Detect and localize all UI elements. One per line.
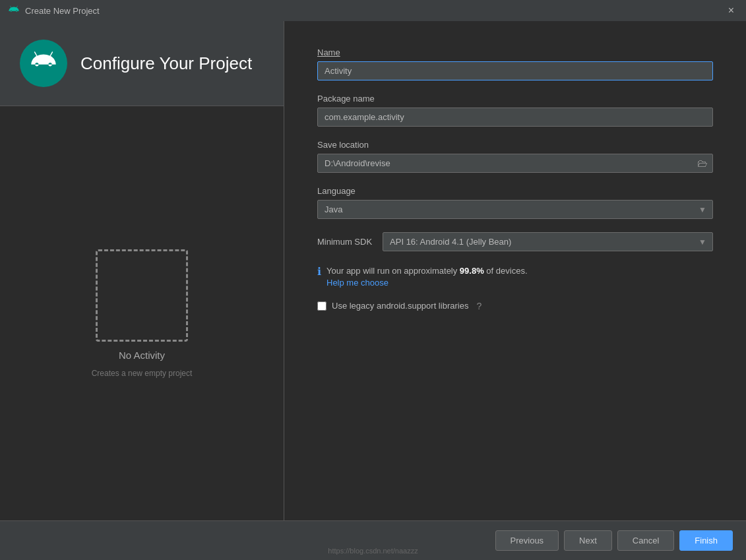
save-location-label: Save location bbox=[317, 140, 713, 150]
save-location-input[interactable] bbox=[317, 154, 713, 173]
name-field-group: Name bbox=[317, 47, 713, 80]
language-select-wrapper: Java Kotlin ▼ bbox=[317, 200, 713, 219]
save-location-field-group: Save location 🗁 bbox=[317, 140, 713, 173]
android-title-icon bbox=[8, 5, 20, 16]
android-logo bbox=[20, 40, 67, 87]
title-bar-title: Create New Project bbox=[25, 6, 100, 16]
info-content: Your app will run on approximately 99.8%… bbox=[326, 264, 528, 288]
language-label: Language bbox=[317, 186, 713, 196]
sdk-label: Minimum SDK bbox=[317, 237, 372, 247]
info-box: ℹ Your app will run on approximately 99.… bbox=[317, 264, 713, 288]
folder-icon[interactable]: 🗁 bbox=[697, 158, 708, 170]
left-panel: Configure Your Project No Activity Creat… bbox=[0, 21, 284, 520]
language-field-group: Language Java Kotlin ▼ bbox=[317, 186, 713, 219]
help-me-choose-link[interactable]: Help me choose bbox=[326, 278, 528, 288]
page-title: Configure Your Project bbox=[80, 53, 252, 74]
info-icon: ℹ bbox=[317, 265, 321, 278]
header-area: Configure Your Project bbox=[0, 21, 284, 106]
name-input[interactable] bbox=[317, 61, 713, 80]
legacy-checkbox[interactable] bbox=[317, 301, 326, 311]
sdk-select-wrapper: API 16: Android 4.1 (Jelly Bean) API 21:… bbox=[383, 232, 713, 251]
legacy-checkbox-label: Use legacy android.support libraries bbox=[332, 301, 468, 311]
url-bar: https://blog.csdn.net/naazzz bbox=[0, 547, 746, 555]
legacy-checkbox-row: Use legacy android.support libraries ? bbox=[317, 301, 713, 311]
name-label: Name bbox=[317, 47, 713, 57]
activity-preview bbox=[96, 249, 188, 342]
android-icon bbox=[29, 49, 58, 78]
preview-sublabel: Creates a new empty project bbox=[92, 369, 193, 378]
main-content: Configure Your Project No Activity Creat… bbox=[0, 21, 746, 520]
sdk-row: Minimum SDK API 16: Android 4.1 (Jelly B… bbox=[317, 232, 713, 251]
package-field-group: Package name bbox=[317, 94, 713, 127]
language-select[interactable]: Java Kotlin bbox=[317, 200, 713, 219]
save-location-input-wrapper: 🗁 bbox=[317, 154, 713, 173]
legacy-help-icon[interactable]: ? bbox=[476, 301, 482, 311]
info-text: Your app will run on approximately 99.8%… bbox=[326, 266, 528, 276]
title-bar: Create New Project × bbox=[0, 0, 746, 21]
preview-area: No Activity Creates a new empty project bbox=[0, 106, 284, 520]
info-percent: 99.8% bbox=[460, 266, 484, 276]
right-panel: Name Package name Save location 🗁 Langua bbox=[284, 21, 746, 520]
title-bar-left: Create New Project bbox=[8, 5, 100, 16]
preview-label: No Activity bbox=[119, 350, 165, 361]
bottom-bar: Previous Next Cancel Finish https://blog… bbox=[0, 520, 746, 560]
package-label: Package name bbox=[317, 94, 713, 104]
package-input[interactable] bbox=[317, 108, 713, 127]
close-button[interactable]: × bbox=[724, 4, 738, 17]
sdk-select[interactable]: API 16: Android 4.1 (Jelly Bean) API 21:… bbox=[383, 232, 713, 251]
